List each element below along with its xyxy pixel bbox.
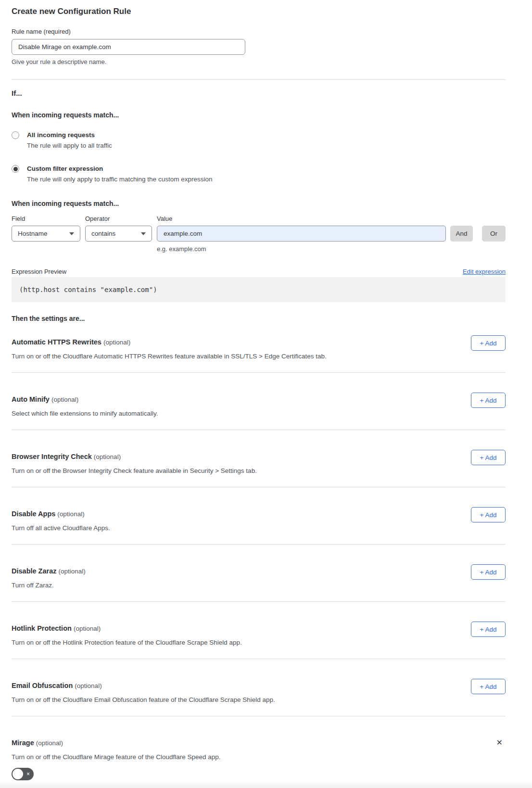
setting-optional-label: (optional)	[75, 682, 101, 689]
setting-description: Select which file extensions to minify a…	[12, 409, 158, 418]
setting-row: Disable Zaraz (optional) Turn off Zaraz.…	[12, 545, 506, 602]
operator-select-value: contains	[91, 230, 115, 237]
close-icon[interactable]: ✕	[495, 738, 504, 748]
then-settings-heading: Then the settings are...	[12, 315, 506, 323]
setting-row: Automatic HTTPS Rewrites (optional) Turn…	[12, 326, 506, 373]
setting-name: Hotlink Protection	[12, 624, 72, 632]
add-button[interactable]: + Add	[471, 507, 506, 522]
expression-preview-box: (http.host contains "example.com")	[12, 277, 506, 302]
expression-code: (http.host contains "example.com")	[19, 286, 157, 293]
setting-optional-label: (optional)	[51, 396, 78, 403]
field-select-value: Hostname	[18, 230, 48, 237]
setting-name: Disable Zaraz	[12, 567, 57, 575]
radio-icon[interactable]	[12, 165, 19, 173]
chevron-down-icon	[141, 232, 146, 235]
and-button[interactable]: And	[450, 226, 473, 241]
add-button[interactable]: + Add	[471, 393, 506, 408]
value-label: Value	[157, 215, 172, 222]
radio-description: The rule will only apply to traffic matc…	[27, 175, 212, 184]
radio-label: Custom filter expression	[27, 165, 212, 173]
radio-custom-filter-expression[interactable]: Custom filter expression The rule will o…	[12, 165, 506, 184]
bottom-fade	[0, 781, 532, 788]
setting-optional-label: (optional)	[74, 625, 101, 632]
radio-all-incoming-requests[interactable]: All incoming requests The rule will appl…	[12, 131, 506, 150]
setting-optional-label: (optional)	[57, 510, 84, 518]
setting-row: Disable Apps (optional) Turn off all act…	[12, 487, 506, 545]
mirage-setting-block: Mirage (optional) ✕ Turn on or off the C…	[12, 716, 506, 780]
rule-name-label: Rule name (required)	[12, 28, 506, 36]
radio-description: The rule will apply to all traffic	[27, 141, 112, 150]
expression-builder-heading: When incoming requests match...	[12, 200, 506, 208]
field-select[interactable]: Hostname	[12, 226, 80, 241]
configuration-rule-form: Create new Configuration Rule Rule name …	[12, 0, 506, 780]
setting-name: Disable Apps	[12, 510, 55, 518]
setting-row: Email Obfuscation (optional) Turn on or …	[12, 659, 506, 716]
value-input[interactable]	[157, 226, 446, 241]
setting-optional-label: (optional)	[36, 739, 63, 747]
toggle-off-icon: ×	[26, 771, 30, 777]
operator-label: Operator	[85, 215, 157, 222]
setting-description: Turn on or off the Hotlink Protection fe…	[12, 638, 242, 647]
setting-description: Turn on or off the Cloudflare Email Obfu…	[12, 696, 275, 704]
page-title: Create new Configuration Rule	[12, 7, 506, 16]
setting-name: Browser Integrity Check	[12, 453, 92, 460]
if-heading: If...	[12, 89, 506, 98]
setting-description: Turn on or off the Cloudflare Automatic …	[12, 352, 327, 361]
setting-optional-label: (optional)	[94, 453, 121, 460]
or-button[interactable]: Or	[482, 226, 506, 241]
match-heading: When incoming requests match...	[12, 111, 506, 119]
setting-description: Turn off Zaraz.	[12, 581, 86, 590]
setting-name: Email Obfuscation	[12, 682, 73, 689]
value-helper: e.g. example.com	[157, 245, 506, 253]
add-button[interactable]: + Add	[471, 679, 506, 694]
setting-row: Auto Minify (optional) Select which file…	[12, 373, 506, 430]
add-button[interactable]: + Add	[471, 622, 506, 637]
setting-row: Browser Integrity Check (optional) Turn …	[12, 430, 506, 487]
setting-description: Turn off all active Cloudflare Apps.	[12, 524, 110, 533]
rule-name-helper: Give your rule a descriptive name.	[12, 58, 506, 66]
radio-label: All incoming requests	[27, 131, 112, 140]
setting-row: Hotlink Protection (optional) Turn on or…	[12, 602, 506, 659]
expression-builder-row: Hostname contains And Or	[12, 226, 506, 241]
setting-description: Turn on or off the Browser Integrity Che…	[12, 467, 257, 475]
edit-expression-link[interactable]: Edit expression	[463, 268, 506, 275]
radio-icon[interactable]	[12, 131, 19, 139]
rule-name-input[interactable]	[12, 39, 245, 55]
expression-preview-label: Expression Preview	[12, 268, 66, 275]
setting-name: Automatic HTTPS Rewrites	[12, 338, 101, 346]
expression-builder-labels: Field Operator Value	[12, 215, 506, 222]
setting-name: Auto Minify	[12, 395, 50, 403]
operator-select[interactable]: contains	[85, 226, 152, 241]
settings-list: Automatic HTTPS Rewrites (optional) Turn…	[12, 326, 506, 716]
setting-name: Mirage	[12, 739, 34, 747]
chevron-down-icon	[69, 232, 74, 235]
add-button[interactable]: + Add	[471, 450, 506, 465]
add-button[interactable]: + Add	[471, 335, 506, 351]
add-button[interactable]: + Add	[471, 564, 506, 580]
toggle-knob	[13, 769, 23, 779]
section-divider	[12, 79, 506, 80]
setting-description: Turn on or off the Cloudflare Mirage fea…	[12, 753, 506, 762]
setting-optional-label: (optional)	[103, 339, 130, 346]
match-type-radio-group: All incoming requests The rule will appl…	[12, 131, 506, 184]
field-label: Field	[12, 215, 85, 222]
mirage-toggle[interactable]: ×	[12, 768, 34, 780]
setting-optional-label: (optional)	[59, 568, 86, 575]
